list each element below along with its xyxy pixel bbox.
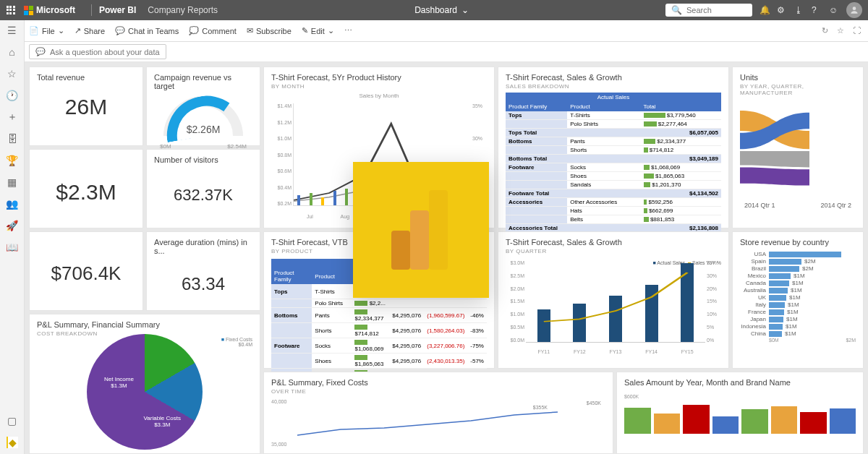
kpi-value: 26M [37,95,135,119]
help-icon[interactable]: ? [812,5,822,15]
datasets-icon[interactable]: 🗄 [7,133,18,145]
chat-icon: 💬 [35,47,46,56]
download-icon[interactable]: ⭳ [794,5,804,15]
notifications-icon[interactable]: 🔔 [760,5,770,15]
tile-subtitle: BY QUARTER [506,248,721,254]
command-bar: 📄 File ⌄ ↗ Share 💬 Chat in Teams 💭 Comme… [0,20,868,42]
create-icon[interactable]: ＋ [7,111,18,123]
tile-store-revenue[interactable]: Store revenue by country USASpain$2MBraz… [732,231,864,369]
deployment-icon[interactable]: 🚀 [7,220,18,231]
dashboard-label: Dashboard [414,5,457,15]
current-workspace-icon[interactable]: ◆ [7,437,18,448]
kpi-value: 632.37K [154,186,252,205]
tile-title: Campaign revenue vs target [154,73,252,90]
goals-icon[interactable]: 🏆 [7,155,18,166]
hbar-chart: USASpain$2MBrazil$2MMexico$1MCanada$1MAu… [740,251,856,337]
tile-total-revenue[interactable]: Total revenue 26M [29,67,143,146]
edit-button[interactable]: ✎ Edit ⌄ [302,26,334,35]
menu-icon[interactable]: ☰ [7,25,18,36]
tile-pl-pie[interactable]: P&L Summary, Financial Summary COST BREA… [29,314,260,454]
tile-subtitle: SALES BREAKDOWN [506,83,721,90]
tile-title: Units [740,73,856,82]
shared-icon[interactable]: 👥 [7,198,18,210]
app-launcher-icon[interactable] [6,5,16,15]
app-header: Microsoft Power BI Company Reports Dashb… [0,0,868,20]
divider [91,4,92,16]
chat-teams-button[interactable]: 💬 Chat in Teams [115,26,179,35]
favorite-icon[interactable]: ☆ [837,26,844,35]
line-chart [297,399,572,447]
svg-rect-2 [410,210,429,270]
tile-kpi-3[interactable]: $706.4K [29,231,143,311]
favorites-icon[interactable]: ☆ [7,68,18,80]
tile-campaign-gauge[interactable]: Campaign revenue vs target $2.26M $0M$2.… [146,67,260,146]
apps-icon[interactable]: ▦ [7,176,18,188]
pie-chart: Net Income$1.3M Variable Costs$3.3M [87,334,203,450]
tile-title: Store revenue by country [740,238,856,247]
kpi-value: $2.3M [37,180,135,205]
share-button[interactable]: ↗ Share [75,26,105,35]
tile-title: P&L Summary, Fixed Costs [271,378,605,387]
tile-units[interactable]: Units BY YEAR, QUARTER, MANUFACTURER 201… [732,67,864,228]
tile-title: Sales Amount by Year, Month and Brand Na… [624,378,856,387]
fullscreen-icon[interactable]: ⛶ [853,26,861,35]
more-button[interactable]: ⋯ [344,26,352,35]
kpi-value: $706.4K [37,262,135,285]
breadcrumb-center[interactable]: Dashboard ⌄ [414,5,469,15]
feedback-icon[interactable]: ☺ [829,5,839,15]
qna-input[interactable]: 💬 Ask a question about your data [29,44,166,59]
workspace-label[interactable]: Company Reports [148,5,218,15]
chevron-down-icon: ⌄ [461,5,469,15]
search-input[interactable] [686,6,744,14]
product-label[interactable]: Power BI [99,5,136,15]
tile-visitors[interactable]: Number of visitors 632.37K [146,149,260,228]
tile-duration[interactable]: Average duration (mins) in s... 63.34 [146,231,260,311]
stacked-chart [624,405,856,434]
gauge-value: $2.26M [160,124,247,135]
tile-sales-breakdown[interactable]: T-Shirt Forecast, Sales & Growth SALES B… [498,67,729,228]
brand-label: Microsoft [36,5,75,15]
tile-title: T-Shirt Forecast, 5Yr Product History [271,73,487,82]
sales-table: Actual SalesProduct FamilyProductTotalTo… [506,93,721,241]
tile-title: Average duration (mins) in s... [154,238,252,255]
qna-row: 💬 Ask a question about your data [0,42,868,62]
tile-title: T-Shirt Forecast, Sales & Growth [506,238,721,247]
comment-button[interactable]: 💭 Comment [189,26,237,35]
workspaces-icon[interactable]: ▢ [7,415,18,427]
tile-subtitle: BY MONTH [271,83,487,90]
learn-icon[interactable]: 📖 [7,241,18,253]
file-menu[interactable]: 📄 File ⌄ [29,26,64,35]
tile-subtitle: BY YEAR, QUARTER, MANUFACTURER [740,83,856,96]
qna-placeholder: Ask a question about your data [50,48,160,56]
subscribe-button[interactable]: ✉ Subscribe [247,26,292,35]
user-avatar[interactable] [846,2,862,18]
search-box[interactable]: 🔍 [665,4,752,17]
svg-rect-1 [429,190,448,270]
tile-title: P&L Summary, Financial Summary [37,320,252,329]
ribbon-chart [740,100,856,202]
microsoft-logo-icon [23,5,33,15]
kpi-value: 63.34 [154,274,252,294]
refresh-icon[interactable]: ↻ [822,26,828,35]
tile-sales-amount[interactable]: Sales Amount by Year, Month and Brand Na… [616,372,864,454]
svg-point-0 [853,7,856,10]
tile-kpi-2[interactable]: $2.3M [29,149,143,228]
settings-icon[interactable]: ⚙ [777,5,787,15]
left-nav: ☰ ⌂ ☆ 🕐 ＋ 🗄 🏆 ▦ 👥 🚀 📖 ▢ ◆ [0,20,25,454]
tile-title: Number of visitors [154,155,252,164]
tile-title: Total revenue [37,73,135,82]
tile-title: T-Shirt Forecast, Sales & Growth [506,73,721,82]
svg-rect-3 [391,231,410,270]
recent-icon[interactable]: 🕐 [7,90,18,101]
home-icon[interactable]: ⌂ [7,46,18,58]
search-icon: 🔍 [671,5,682,15]
tile-pl-fixed[interactable]: P&L Summary, Fixed Costs OVER TIME 40,00… [263,372,613,454]
tile-growth-quarter[interactable]: T-Shirt Forecast, Sales & Growth BY QUAR… [498,231,729,369]
tile-subtitle: OVER TIME [271,388,605,395]
powerbi-logo-overlay [353,162,489,298]
